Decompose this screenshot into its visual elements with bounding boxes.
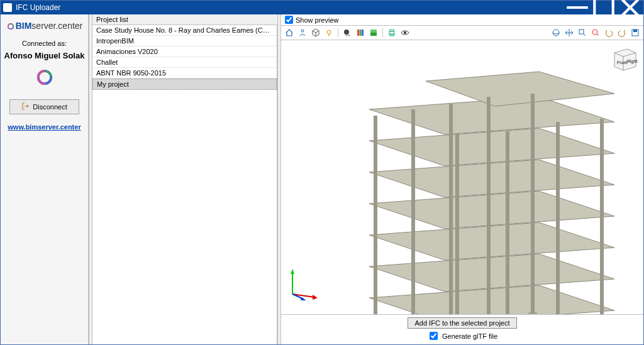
svg-rect-8 [357,30,359,36]
logo: BIMserver.center [6,21,83,31]
svg-point-7 [345,35,350,36]
svg-marker-49 [313,295,318,300]
sidebar: BIMserver.center Connected as: Afonso Mi… [1,14,89,344]
svg-point-5 [327,30,331,34]
show-preview-checkbox[interactable] [285,16,293,24]
cube-icon[interactable] [310,27,321,38]
svg-marker-23 [369,254,614,292]
toolbar-separator [338,28,338,37]
minimize-button[interactable] [564,1,591,14]
view-cube[interactable]: Front Right [609,44,638,73]
project-item[interactable]: Animaciones V2020 [92,47,277,57]
svg-point-17 [553,30,559,36]
axes-gizmo [286,269,318,300]
toolbar-left [284,27,411,38]
svg-marker-26 [369,160,614,197]
logo-center: .center [55,21,82,31]
close-button[interactable] [617,1,643,14]
window-title: IFC Uploader [16,3,564,12]
disconnect-label: Disconnect [33,103,67,111]
logo-bim: BIM [16,21,32,31]
viewport-3d[interactable]: Front Right [281,40,643,314]
svg-rect-21 [633,30,637,32]
show-preview-label: Show preview [296,16,338,24]
svg-rect-43 [529,313,536,314]
app-icon [3,3,12,12]
home-icon[interactable] [284,27,295,38]
viewer-toolbar [281,26,643,40]
logo-server: server [31,21,55,31]
bulb-icon[interactable] [323,27,335,38]
footer: Add IFC to the selected project Generate… [281,314,643,344]
preview-panel: Show preview [281,14,643,344]
model-preview [350,59,621,314]
bimserver-link[interactable]: www.bimserver.center [8,123,80,131]
generate-gltf-checkbox[interactable] [430,332,438,340]
svg-rect-18 [579,30,584,34]
show-preview-row[interactable]: Show preview [281,14,643,26]
pan-icon[interactable] [564,27,575,38]
swirl-icon [34,67,55,89]
person-icon[interactable] [297,27,308,38]
save-view-icon[interactable] [630,27,641,38]
svg-rect-9 [360,30,362,36]
svg-rect-10 [362,30,364,36]
logout-icon [21,102,29,111]
maximize-button[interactable] [591,1,617,14]
zoom-extents-icon[interactable] [590,27,601,38]
toolbar-right [550,27,641,38]
connected-label: Connected as: [22,40,67,47]
svg-rect-14 [390,30,394,31]
svg-rect-12 [370,33,377,36]
eye-icon[interactable] [399,27,411,38]
project-panel-title: Project list [92,14,277,25]
print-icon[interactable] [386,27,397,38]
background-icon[interactable] [368,27,379,38]
svg-point-4 [301,30,304,32]
svg-marker-22 [369,285,614,314]
project-item[interactable]: Case Study House No. 8 - Ray and Charles… [92,25,277,36]
svg-marker-47 [291,269,294,274]
project-item[interactable]: My project [92,79,277,90]
toolbar-separator [382,28,383,37]
redo-view-icon[interactable] [616,27,628,38]
svg-marker-27 [369,128,614,166]
logo-swirl-icon [6,22,15,31]
svg-marker-51 [300,297,306,300]
orbit-icon[interactable] [550,27,562,38]
window-body: BIMserver.center Connected as: Afonso Mi… [1,14,643,344]
generate-gltf-row[interactable]: Generate glTF file [427,330,497,342]
add-ifc-button[interactable]: Add IFC to the selected project [408,317,516,329]
generate-gltf-label: Generate glTF file [442,332,497,340]
viewcube-front: Front [617,60,627,65]
svg-marker-29 [426,72,614,106]
palette-icon[interactable] [355,27,366,38]
svg-marker-24 [369,222,614,260]
project-list[interactable]: Case Study House No. 8 - Ray and Charles… [92,25,277,344]
zoom-window-icon[interactable] [577,27,588,38]
viewcube-right: Right [627,59,637,64]
project-item[interactable]: ABNT NBR 9050-2015 [92,68,277,79]
svg-point-19 [592,30,597,35]
shadow-icon[interactable] [341,27,353,38]
username: Afonso Miguel Solak [4,51,85,60]
svg-point-16 [404,31,406,34]
project-item[interactable]: IntropenBIM [92,36,277,47]
project-item[interactable]: Challet [92,57,277,68]
disconnect-button[interactable]: Disconnect [9,99,79,114]
svg-marker-25 [369,191,614,229]
titlebar: IFC Uploader [1,1,643,14]
project-panel: Project list Case Study House No. 8 - Ra… [92,14,277,344]
undo-view-icon[interactable] [603,27,614,38]
app-window: IFC Uploader BIMserver.center [0,0,644,345]
svg-point-6 [344,30,349,35]
